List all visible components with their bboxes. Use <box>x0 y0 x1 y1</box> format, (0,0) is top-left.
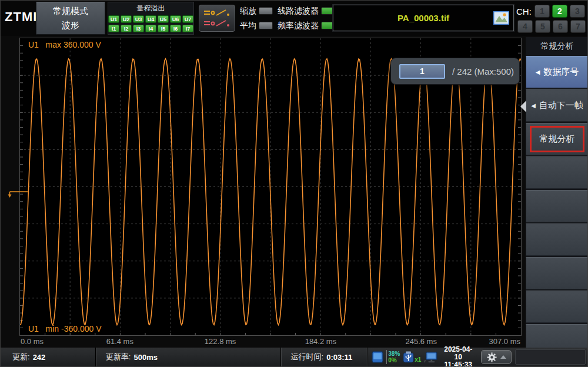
overload-led-i7: I7 <box>182 25 193 32</box>
range-overload-title: 量程溢出 <box>108 4 193 14</box>
toggle-indicator-2[interactable] <box>259 22 273 29</box>
sidebar-button-label: 常规分析 <box>540 134 575 145</box>
toggle-indicator-0[interactable] <box>259 7 273 15</box>
toggle-row-2: 平均频率滤波器 <box>240 19 333 32</box>
toggle-label-2: 平均 <box>240 21 256 31</box>
overload-led-i2: I2 <box>121 25 132 32</box>
footer-empty-panel <box>515 349 586 365</box>
usb-count: x1 <box>415 356 421 363</box>
time-axis-label: 245.6 ms <box>405 337 436 346</box>
sidebar-button-empty[interactable] <box>526 156 588 189</box>
left-arrow-icon: ◀ <box>536 69 540 75</box>
sidebar-button-normal-analysis[interactable]: 常规分析 <box>526 123 588 155</box>
overload-led-i3: I3 <box>133 25 144 32</box>
overload-led-u2: U2 <box>121 15 132 23</box>
gear-icon <box>487 352 497 362</box>
overload-led-i1: I1 <box>108 25 119 32</box>
mode-line2: 波形 <box>62 20 79 31</box>
usage-percentages: 38% 0% <box>386 350 400 364</box>
filename-label: PA_00003.tif <box>397 13 449 23</box>
sidebar-title: 常规分析 <box>526 37 588 55</box>
data-index-max-label: / 242 (Max:500) <box>452 66 514 76</box>
ch-label: CH: <box>516 6 532 16</box>
runtime-value: 0:03:11 <box>326 353 352 362</box>
overload-led-u7: U7 <box>182 15 193 23</box>
time-axis-label: 0.0 ms <box>21 337 44 346</box>
sidebar-button-empty[interactable] <box>526 291 588 323</box>
time-axis-label: 122.8 ms <box>205 337 236 346</box>
usage-pct-2: 0% <box>388 357 400 363</box>
toggle-label-0: 缩放 <box>240 6 256 16</box>
network-monitor-icon[interactable] <box>424 351 437 363</box>
channel-button-3[interactable]: 3 <box>570 5 585 18</box>
channel-button-7[interactable]: 7 <box>570 20 586 33</box>
time-label: 11:45:33 <box>442 361 475 367</box>
overload-led-i4: I4 <box>145 25 156 32</box>
u1-min-label: U1 min -360.000 V <box>28 324 102 333</box>
main-area: U1 max 360.000 V U1 min -360.000 V 0.0 m… <box>1 36 587 348</box>
settings-button[interactable] <box>481 350 511 364</box>
brand-logo: ZTMI <box>5 9 37 25</box>
wiring-diagram-icon <box>202 8 232 29</box>
range-overload-panel: 量程溢出 U1U2U3U4U5U6U7 I1I2I3I4I5I6I7 <box>108 2 194 35</box>
sidebar-button-label: 自动下一帧 <box>539 100 583 111</box>
channel-button-1[interactable]: 1 <box>534 5 550 18</box>
red-highlight-frame: 常规分析 <box>530 126 584 152</box>
image-icon[interactable] <box>493 11 509 25</box>
wiring-button[interactable] <box>199 5 235 32</box>
sidebar-buttons: ◀数据序号◀自动下一帧常规分析 <box>526 56 588 348</box>
mode-line1: 常规模式 <box>53 6 88 17</box>
tooltip-pointer <box>520 101 526 112</box>
channel-button-4[interactable]: 4 <box>517 20 533 33</box>
left-arrow-icon: ◀ <box>531 102 536 109</box>
sidebar-button-empty[interactable] <box>526 223 588 256</box>
overload-i-row: I1I2I3I4I5I6I7 <box>108 25 193 32</box>
chevron-up-icon <box>500 355 506 359</box>
toggle-label-3: 频率滤波器 <box>278 21 319 31</box>
sidebar-button-auto-next-frame[interactable]: ◀自动下一帧 <box>526 89 588 122</box>
runtime-label: 运行时间: <box>291 352 324 362</box>
update-rate-section: 更新率: 500ms <box>96 348 280 366</box>
storage-icon[interactable] <box>372 351 383 363</box>
toggle-label-1: 线路滤波器 <box>278 6 319 16</box>
u1-waveform-trace <box>20 59 521 325</box>
overload-u-row: U1U2U3U4U5U6U7 <box>108 15 193 23</box>
u1-max-label: U1 max 360.000 V <box>28 40 101 49</box>
sidebar-button-empty[interactable] <box>526 324 588 348</box>
u1-zero-marker-icon[interactable] <box>8 186 29 199</box>
time-axis-label: 307.0 ms <box>489 337 520 346</box>
file-display[interactable]: PA_00003.tif <box>333 5 514 31</box>
sidebar-button-label: 数据序号 <box>543 66 579 78</box>
sidebar-button-empty[interactable] <box>526 257 588 289</box>
system-tray: 38% 0% x1 <box>368 348 515 366</box>
filter-toggles: 缩放线路滤波器 平均频率滤波器 <box>240 5 333 32</box>
channel-button-6[interactable]: 6 <box>553 20 568 33</box>
data-index-tooltip: / 242 (Max:500) <box>390 58 520 85</box>
usb-status: x1 <box>403 351 421 363</box>
data-index-input[interactable] <box>399 64 445 79</box>
ch-row-1: CH: 123 <box>516 5 587 18</box>
usage-pct-1: 38% <box>388 351 400 357</box>
mode-button[interactable]: 常规模式 波形 <box>36 2 105 35</box>
date-label: 2025-04-10 <box>442 346 475 361</box>
status-bar: 更新: 242 更新率: 500ms 运行时间: 0:03:11 38% 0% <box>1 348 587 366</box>
channel-button-2[interactable]: 2 <box>552 5 567 18</box>
overload-led-u3: U3 <box>133 15 144 23</box>
update-count-section: 更新: 242 <box>1 348 95 366</box>
header-bar: ZTMI 常规模式 波形 量程溢出 U1U2U3U4U5U6U7 I1I2I3I… <box>1 1 587 36</box>
channel-button-5[interactable]: 5 <box>535 20 550 33</box>
update-value: 242 <box>33 353 46 362</box>
usb-icon[interactable] <box>403 351 414 363</box>
sidebar-button-data-index[interactable]: ◀数据序号 <box>526 56 588 88</box>
overload-led-u4: U4 <box>145 15 156 23</box>
time-axis-label: 61.4 ms <box>106 337 133 346</box>
rate-label: 更新率: <box>106 352 131 362</box>
rate-value: 500ms <box>133 353 157 362</box>
overload-led-u6: U6 <box>170 15 181 23</box>
runtime-section: 运行时间: 0:03:11 <box>282 348 368 366</box>
overload-led-u5: U5 <box>158 15 169 23</box>
time-axis-label: 184.2 ms <box>305 337 336 346</box>
sidebar-button-empty[interactable] <box>526 190 588 222</box>
ch-row-2: 4567 <box>517 20 587 33</box>
datetime-display: 2025-04-10 11:45:33 <box>442 346 475 367</box>
